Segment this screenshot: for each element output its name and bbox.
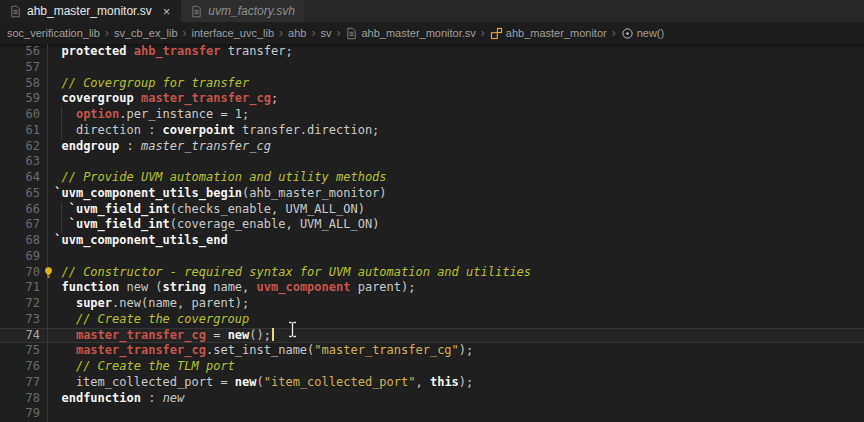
indent-guide bbox=[47, 249, 48, 265]
line-number: 58 bbox=[0, 76, 40, 92]
indent-guide bbox=[47, 154, 48, 170]
code-text: // Create the TLM port bbox=[47, 359, 235, 375]
code-text: function new (string name, uvm_component… bbox=[47, 280, 416, 296]
line-number: 63 bbox=[0, 154, 40, 170]
line-number: 71 bbox=[0, 280, 40, 296]
tab-uvm-factory[interactable]: uvm_factory.svh bbox=[180, 0, 303, 22]
code-line-64[interactable]: 64 // Provide UVM automation and utility… bbox=[0, 170, 864, 186]
line-number: 79 bbox=[0, 406, 40, 422]
code-line-76[interactable]: 76 // Create the TLM port bbox=[0, 359, 864, 375]
code-line-72[interactable]: 72 super.new(name, parent); bbox=[0, 296, 864, 312]
breadcrumb-label: interface_uvc_lib bbox=[192, 27, 275, 39]
code-line-77[interactable]: 77 item_collected_port = new("item_colle… bbox=[0, 375, 864, 391]
lightbulb-icon[interactable] bbox=[42, 266, 55, 284]
code-line-59[interactable]: 59 covergroup master_transfer_cg; bbox=[0, 91, 864, 107]
code-text: master_transfer_cg.set_inst_name("master… bbox=[47, 343, 473, 359]
breadcrumb-separator-icon: › bbox=[336, 26, 340, 40]
breadcrumb-item-sv-cb-ex-lib[interactable]: sv_cb_ex_lib bbox=[114, 27, 178, 39]
line-number: 60 bbox=[0, 107, 40, 123]
code-line-66[interactable]: 66 `uvm_field_int(checks_enable, UVM_ALL… bbox=[0, 202, 864, 218]
tab-label: ahb_master_monitor.sv bbox=[27, 4, 152, 18]
breadcrumb-item-soc-verification-lib[interactable]: soc_verification_lib bbox=[7, 27, 100, 39]
code-text: `uvm_component_utils_end bbox=[47, 233, 228, 249]
code-line-58[interactable]: 58 // Covergroup for transfer bbox=[0, 76, 864, 92]
code-line-65[interactable]: 65 `uvm_component_utils_begin(ahb_master… bbox=[0, 186, 864, 202]
code-text: `uvm_field_int(coverage_enable, UVM_ALL_… bbox=[47, 217, 379, 233]
code-line-60[interactable]: 60 option.per_instance = 1; bbox=[0, 107, 864, 123]
line-number: 68 bbox=[0, 233, 40, 249]
breadcrumb: soc_verification_lib›sv_cb_ex_lib›interf… bbox=[0, 22, 864, 44]
breadcrumb-label: ahb_master_monitor.sv bbox=[361, 27, 475, 39]
breadcrumb-item-new-[interactable]: new() bbox=[621, 27, 665, 40]
code-line-79[interactable]: 79 bbox=[0, 406, 864, 422]
breadcrumb-separator-icon: › bbox=[279, 26, 283, 40]
line-number: 67 bbox=[0, 217, 40, 233]
breadcrumb-separator-icon: › bbox=[481, 26, 485, 40]
code-line-73[interactable]: 73 // Create the covergroup bbox=[0, 312, 864, 328]
code-text: option.per_instance = 1; bbox=[47, 107, 249, 123]
breadcrumb-item-ahb-master-monitor[interactable]: ahb_master_monitor bbox=[490, 27, 607, 40]
breadcrumb-label: sv bbox=[320, 27, 331, 39]
class-icon bbox=[490, 27, 503, 40]
code-line-75[interactable]: 75 master_transfer_cg.set_inst_name("mas… bbox=[0, 343, 864, 359]
line-number: 77 bbox=[0, 375, 40, 391]
line-number: 76 bbox=[0, 359, 40, 375]
line-number: 59 bbox=[0, 91, 40, 107]
line-number: 57 bbox=[0, 60, 40, 76]
code-line-63[interactable]: 63 bbox=[0, 154, 864, 170]
breadcrumb-item-ahb[interactable]: ahb bbox=[288, 27, 306, 39]
code-line-70[interactable]: 70 // Constructor - required syntax for … bbox=[0, 265, 864, 281]
breadcrumb-separator-icon: › bbox=[612, 26, 616, 40]
code-editor[interactable]: 56 protected ahb_transfer transfer;5758 … bbox=[0, 44, 864, 422]
tab-bar: ahb_master_monitor.sv × uvm_factory.svh bbox=[0, 0, 864, 22]
code-line-62[interactable]: 62 endgroup : master_transfer_cg bbox=[0, 139, 864, 155]
indent-guide bbox=[47, 406, 48, 422]
line-number: 74 bbox=[0, 328, 40, 344]
code-line-67[interactable]: 67 `uvm_field_int(coverage_enable, UVM_A… bbox=[0, 217, 864, 233]
code-text: endgroup : master_transfer_cg bbox=[47, 139, 271, 155]
code-line-71[interactable]: 71 function new (string name, uvm_compon… bbox=[0, 280, 864, 296]
file-icon bbox=[9, 5, 22, 18]
line-number: 66 bbox=[0, 202, 40, 218]
code-line-74[interactable]: 74 master_transfer_cg = new(); bbox=[0, 328, 864, 344]
code-text: super.new(name, parent); bbox=[47, 296, 249, 312]
line-number: 72 bbox=[0, 296, 40, 312]
line-number: 56 bbox=[0, 44, 40, 60]
line-number: 65 bbox=[0, 186, 40, 202]
code-text: direction : coverpoint transfer.directio… bbox=[47, 123, 379, 139]
indent-guide bbox=[47, 60, 48, 76]
close-icon[interactable]: × bbox=[162, 5, 172, 18]
code-line-56[interactable]: 56 protected ahb_transfer transfer; bbox=[0, 44, 864, 60]
breadcrumb-item-ahb-master-monitor-sv[interactable]: ahb_master_monitor.sv bbox=[345, 27, 475, 40]
breadcrumb-separator-icon: › bbox=[183, 26, 187, 40]
code-line-69[interactable]: 69 bbox=[0, 249, 864, 265]
text-caret bbox=[272, 328, 274, 341]
breadcrumb-label: new() bbox=[637, 27, 665, 39]
breadcrumb-label: soc_verification_lib bbox=[7, 27, 100, 39]
line-number: 78 bbox=[0, 391, 40, 407]
breadcrumb-item-sv[interactable]: sv bbox=[320, 27, 331, 39]
line-number: 62 bbox=[0, 139, 40, 155]
code-text: protected ahb_transfer transfer; bbox=[47, 44, 293, 60]
breadcrumb-label: ahb_master_monitor bbox=[506, 27, 607, 39]
line-number: 73 bbox=[0, 312, 40, 328]
file-icon bbox=[190, 5, 203, 18]
line-number: 61 bbox=[0, 123, 40, 139]
file-icon bbox=[345, 27, 358, 40]
code-line-61[interactable]: 61 direction : coverpoint transfer.direc… bbox=[0, 123, 864, 139]
code-text: item_collected_port = new("item_collecte… bbox=[47, 375, 473, 391]
tab-ahb-master-monitor[interactable]: ahb_master_monitor.sv × bbox=[0, 0, 180, 22]
breadcrumb-separator-icon: › bbox=[105, 26, 109, 40]
line-number: 70 bbox=[0, 265, 40, 281]
code-line-68[interactable]: 68 `uvm_component_utils_end bbox=[0, 233, 864, 249]
code-text: `uvm_component_utils_begin(ahb_master_mo… bbox=[47, 186, 387, 202]
breadcrumb-item-interface-uvc-lib[interactable]: interface_uvc_lib bbox=[192, 27, 275, 39]
method-icon bbox=[621, 27, 634, 40]
code-line-57[interactable]: 57 bbox=[0, 60, 864, 76]
code-line-78[interactable]: 78 endfunction : new bbox=[0, 391, 864, 407]
breadcrumb-separator-icon: › bbox=[311, 26, 315, 40]
line-number: 64 bbox=[0, 170, 40, 186]
code-text: // Provide UVM automation and utility me… bbox=[47, 170, 387, 186]
code-text: covergroup master_transfer_cg; bbox=[47, 91, 278, 107]
code-text: `uvm_field_int(checks_enable, UVM_ALL_ON… bbox=[47, 202, 365, 218]
